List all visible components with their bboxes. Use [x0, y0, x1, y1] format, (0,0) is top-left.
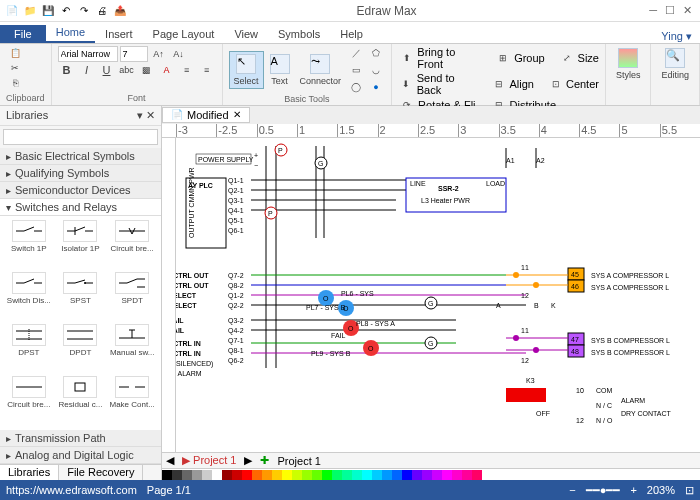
swatch[interactable]	[312, 470, 322, 480]
tab-help[interactable]: Help	[330, 25, 373, 43]
new-icon[interactable]: 📄	[4, 3, 20, 19]
sym-spdt[interactable]: SPDT	[107, 272, 157, 322]
swatch[interactable]	[432, 470, 442, 480]
swatch[interactable]	[292, 470, 302, 480]
fill-icon[interactable]: ●	[367, 80, 385, 94]
strike-icon[interactable]: abc	[118, 63, 136, 77]
sym-dpst[interactable]: DPST	[4, 324, 54, 374]
user-name[interactable]: Ying ▾	[653, 30, 700, 43]
sym-switch-1p[interactable]: Switch 1P	[4, 220, 54, 270]
swatch[interactable]	[322, 470, 332, 480]
swatch[interactable]	[342, 470, 352, 480]
save-icon[interactable]: 💾	[40, 3, 56, 19]
swatch[interactable]	[302, 470, 312, 480]
sym-switch-dis[interactable]: Switch Dis...	[4, 272, 54, 322]
tab-insert[interactable]: Insert	[95, 25, 143, 43]
shape-icon[interactable]: ⬠	[367, 46, 385, 60]
redo-icon[interactable]: ↷	[76, 3, 92, 19]
zoom-out-icon[interactable]: −	[569, 484, 575, 496]
cat-basic-electrical[interactable]: ▸ Basic Electrical Symbols	[0, 148, 161, 165]
font-color-icon[interactable]: A	[158, 63, 176, 77]
add-page-icon[interactable]: ✚	[260, 454, 269, 467]
fit-page-icon[interactable]: ⊡	[685, 484, 694, 497]
editing-button[interactable]: 🔍Editing	[657, 46, 693, 82]
swatch[interactable]	[442, 470, 452, 480]
tab-file-recovery[interactable]: File Recovery	[59, 465, 143, 480]
group-icon[interactable]: ⊞	[495, 51, 512, 65]
cat-semiconductor[interactable]: ▸ Semiconductor Devices	[0, 182, 161, 199]
bring-front-icon[interactable]: ⬆	[398, 51, 415, 65]
cut-icon[interactable]: ✂	[6, 61, 24, 75]
undo-icon[interactable]: ↶	[58, 3, 74, 19]
tab-view[interactable]: View	[224, 25, 268, 43]
drawing-canvas[interactable]: POWER SUPPLY +− AY PLC OUTPUT CMMN PWR Q…	[176, 138, 700, 452]
swatch[interactable]	[362, 470, 372, 480]
font-name-select[interactable]	[58, 46, 118, 62]
sym-dpdt[interactable]: DPDT	[56, 324, 106, 374]
align-left-icon[interactable]: ≡	[178, 63, 196, 77]
swatch[interactable]	[192, 470, 202, 480]
swatch[interactable]	[242, 470, 252, 480]
cat-qualifying[interactable]: ▸ Qualifying Symbols	[0, 165, 161, 182]
swatch[interactable]	[212, 470, 222, 480]
paste-icon[interactable]: 📋	[6, 46, 24, 60]
align-icon[interactable]: ⊟	[491, 77, 508, 91]
cat-switches-relays[interactable]: ▾ Switches and Relays	[0, 199, 161, 216]
print-icon[interactable]: 🖨	[94, 3, 110, 19]
arc-icon[interactable]: ◡	[367, 63, 385, 77]
swatch[interactable]	[172, 470, 182, 480]
swatch[interactable]	[332, 470, 342, 480]
swatch[interactable]	[462, 470, 472, 480]
rect-icon[interactable]: ▭	[347, 63, 365, 77]
select-tool[interactable]: ↖Select	[229, 51, 264, 89]
connector-tool[interactable]: ⤳Connector	[296, 52, 346, 88]
font-size-select[interactable]	[120, 46, 148, 62]
swatch[interactable]	[202, 470, 212, 480]
sym-residual[interactable]: Residual c...	[56, 376, 106, 426]
swatch[interactable]	[272, 470, 282, 480]
swatch[interactable]	[282, 470, 292, 480]
swatch[interactable]	[412, 470, 422, 480]
swatch[interactable]	[182, 470, 192, 480]
copy-icon[interactable]: ⎘	[6, 76, 24, 90]
sym-make-cont[interactable]: Make Cont...	[107, 376, 157, 426]
italic-icon[interactable]: I	[78, 63, 96, 77]
swatch[interactable]	[472, 470, 482, 480]
sym-isolator-1p[interactable]: Isolator 1P	[56, 220, 106, 270]
swatch[interactable]	[392, 470, 402, 480]
ellipse-icon[interactable]: ◯	[347, 80, 365, 94]
send-back-icon[interactable]: ⬇	[398, 77, 415, 91]
align-center-icon[interactable]: ≡	[198, 63, 216, 77]
sym-circuit-bre2[interactable]: Circuit bre...	[4, 376, 54, 426]
swatch[interactable]	[232, 470, 242, 480]
tab-file[interactable]: File	[0, 25, 46, 43]
bold-icon[interactable]: B	[58, 63, 76, 77]
size-icon[interactable]: ⤢	[558, 51, 575, 65]
line-icon[interactable]: ／	[347, 46, 365, 60]
tab-nav-prev[interactable]: ◀	[166, 454, 174, 467]
center-icon[interactable]: ⊡	[547, 77, 564, 91]
underline-icon[interactable]: U	[98, 63, 116, 77]
swatch[interactable]	[262, 470, 272, 480]
tab-symbols[interactable]: Symbols	[268, 25, 330, 43]
swatch[interactable]	[252, 470, 262, 480]
styles-button[interactable]: Styles	[612, 46, 645, 82]
swatch[interactable]	[372, 470, 382, 480]
project-tab-2[interactable]: Project 1	[277, 455, 320, 467]
doc-tab-modified[interactable]: 📄 Modified ✕	[162, 107, 250, 123]
tab-home[interactable]: Home	[46, 23, 95, 43]
zoom-in-icon[interactable]: +	[630, 484, 636, 496]
cat-analog-digital[interactable]: ▸ Analog and Digital Logic	[0, 447, 161, 464]
shrink-font-icon[interactable]: A↓	[170, 47, 188, 61]
sym-spst[interactable]: SPST	[56, 272, 106, 322]
sym-manual-sw[interactable]: Manual sw...	[107, 324, 157, 374]
swatch[interactable]	[382, 470, 392, 480]
swatch[interactable]	[162, 470, 172, 480]
tab-nav-next[interactable]: ▶	[244, 454, 252, 467]
library-search[interactable]	[3, 129, 158, 145]
close-icon[interactable]: ✕	[683, 4, 692, 17]
open-icon[interactable]: 📁	[22, 3, 38, 19]
highlight-icon[interactable]: ▩	[138, 63, 156, 77]
swatch[interactable]	[422, 470, 432, 480]
panel-menu-icon[interactable]: ▾ ✕	[137, 109, 155, 122]
